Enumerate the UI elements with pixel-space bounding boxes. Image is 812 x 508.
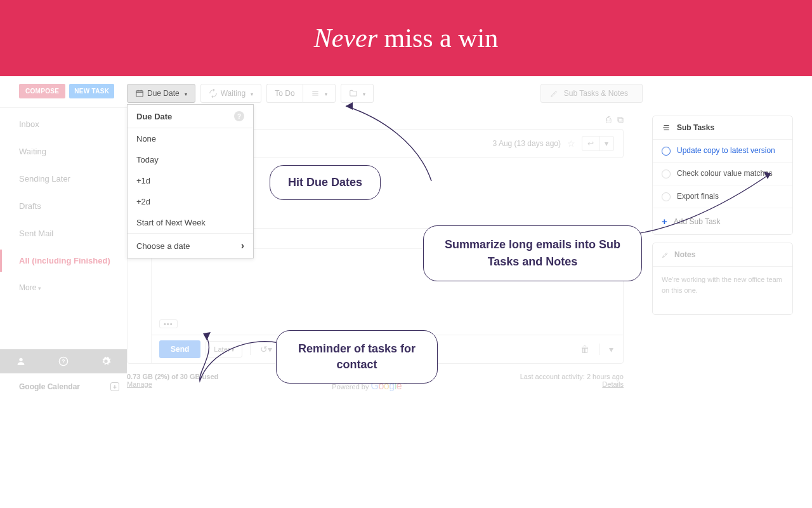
notes-body[interactable]: We're working with the new office team o… [653, 267, 792, 314]
due-date-dropdown: Due Date ? None Today +1d +2d Start of N… [127, 104, 254, 258]
subtasks-title: Sub Tasks [677, 123, 714, 132]
sidebar-item-all-finished[interactable]: All (including Finished) [0, 250, 127, 272]
trash-icon[interactable]: 🗑 [579, 344, 591, 354]
sidebar-item-sent[interactable]: Sent Mail [0, 222, 127, 244]
help-icon[interactable]: ? [58, 356, 69, 367]
dropdown-choose-date[interactable]: Choose a date › [128, 233, 253, 258]
subtask-item[interactable]: Update copy to latest version [653, 140, 792, 163]
list-icon [662, 123, 671, 132]
add-calendar-icon[interactable]: + [110, 382, 119, 391]
print-icon[interactable]: ⎙ [606, 114, 611, 125]
caret-down-icon [249, 89, 253, 98]
sidebar-item-sending-later[interactable]: Sending Later [0, 168, 127, 190]
reply-caret-icon[interactable]: ▾ [599, 137, 613, 150]
callout-due-dates: Hit Due Dates [270, 165, 381, 200]
sidebar-more[interactable]: More [0, 277, 127, 298]
svg-marker-12 [203, 332, 211, 340]
svg-marker-10 [346, 102, 353, 110]
choose-date-label: Choose a date [136, 241, 190, 251]
sidebar: COMPOSE NEW TASK Inbox Waiting Sending L… [0, 76, 127, 400]
powered-by-label: Powered by [332, 383, 370, 391]
dropdown-item-today[interactable]: Today [128, 149, 253, 170]
sidebar-item-inbox[interactable]: Inbox [0, 113, 127, 135]
sidebar-item-drafts[interactable]: Drafts [0, 195, 127, 217]
email-date: 3 Aug (13 days ago) [493, 139, 561, 148]
caret-down-icon [361, 89, 365, 98]
details-link[interactable]: Details [602, 380, 624, 388]
main-area: Due Date Waiting To Do [127, 76, 652, 400]
calendar-icon [135, 89, 144, 98]
reply-icon[interactable]: ↩ [582, 137, 599, 150]
banner-rest: miss a win [377, 23, 498, 53]
compose-button[interactable]: COMPOSE [19, 84, 65, 98]
chevron-right-icon: › [241, 240, 244, 251]
due-date-button[interactable]: Due Date [127, 84, 195, 103]
activity-text: Last account activity: 2 hours ago [520, 373, 624, 380]
gear-icon[interactable] [100, 356, 112, 367]
waiting-button[interactable]: Waiting [200, 84, 262, 103]
notes-panel: Notes We're working with the new office … [652, 243, 793, 315]
manage-link[interactable]: Manage [127, 380, 152, 388]
person-icon[interactable] [15, 356, 27, 367]
dropdown-item-2d[interactable]: +2d [128, 191, 253, 212]
popout-icon[interactable]: ⧉ [617, 114, 624, 125]
notes-title: Notes [674, 250, 695, 259]
caret-down-icon [323, 89, 327, 98]
sidebar-footer-icons: ? [0, 349, 127, 373]
hero-banner: Never miss a win [0, 0, 812, 76]
more-options-icon[interactable]: ▾ [607, 344, 615, 354]
dropdown-item-nextweek[interactable]: Start of Next Week [128, 212, 253, 233]
help-icon[interactable]: ? [234, 111, 244, 121]
folder-icon [349, 89, 358, 98]
dropdown-item-1d[interactable]: +1d [128, 170, 253, 191]
subtasks-notes-button[interactable]: Sub Tasks & Notes [540, 84, 643, 103]
checkbox-ring-icon[interactable] [662, 147, 671, 156]
right-panel: Sub Tasks Update copy to latest version … [652, 76, 812, 400]
subtasks-notes-label: Sub Tasks & Notes [564, 89, 628, 98]
svg-rect-3 [136, 91, 143, 97]
subtask-label: Update copy to latest version [677, 146, 775, 155]
pencil-icon [550, 89, 559, 98]
svg-text:?: ? [62, 358, 65, 364]
svg-point-0 [20, 358, 23, 361]
refresh-icon [209, 89, 218, 98]
new-task-button[interactable]: NEW TASK [69, 84, 114, 98]
expand-quote-icon[interactable]: ••• [159, 319, 178, 328]
todo-button[interactable]: To Do [266, 84, 302, 103]
banner-emphasis: Never [314, 23, 377, 53]
star-icon[interactable]: ☆ [567, 138, 575, 149]
google-calendar-row[interactable]: Google Calendar + [0, 373, 127, 400]
due-date-label: Due Date [147, 89, 180, 98]
pencil-icon [662, 251, 669, 258]
reply-button-group: ↩ ▾ [582, 136, 614, 151]
sidebar-item-waiting[interactable]: Waiting [0, 140, 127, 163]
dropdown-title: Due Date [136, 112, 172, 121]
callout-summarize: Summarize long emails into Sub Tasks and… [423, 225, 642, 281]
caret-down-icon [183, 89, 187, 98]
waiting-label: Waiting [221, 89, 246, 98]
google-calendar-label: Google Calendar [19, 382, 80, 391]
dropdown-item-none[interactable]: None [128, 128, 253, 149]
list-icon [311, 89, 320, 98]
callout-contact-tasks: Reminder of tasks for contact [276, 330, 438, 384]
